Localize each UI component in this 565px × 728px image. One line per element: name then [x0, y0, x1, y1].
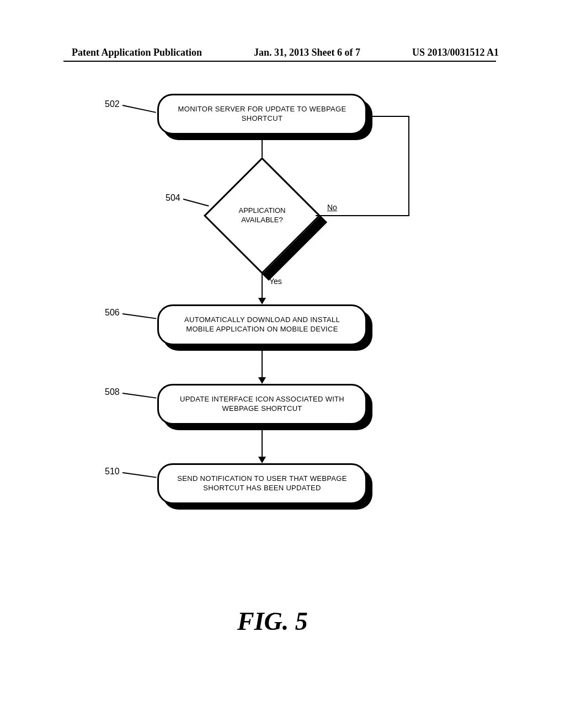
arrow-508-510: [262, 430, 263, 458]
ref-510: 510: [105, 467, 120, 477]
branch-yes-label: Yes: [269, 277, 282, 286]
header-rule: [63, 61, 496, 62]
ref-502: 502: [105, 99, 120, 109]
ref-line-502: [122, 105, 156, 113]
figure-caption: FIG. 5: [237, 607, 308, 636]
arrow-504-506: [262, 274, 263, 299]
no-line-h2: [371, 116, 409, 117]
step-506-text: AUTOMATICALLY DOWNLOAD AND INSTALL MOBIL…: [171, 315, 353, 334]
ref-506: 506: [105, 308, 120, 318]
header-center: Jan. 31, 2013 Sheet 6 of 7: [254, 47, 360, 58]
decision-504: APPLICATION AVAILABLE?: [221, 174, 315, 268]
step-508-text: UPDATE INTERFACE ICON ASSOCIATED WITH WE…: [171, 395, 353, 414]
page-header: Patent Application Publication Jan. 31, …: [0, 47, 565, 58]
branch-no-label: No: [327, 203, 337, 212]
ref-line-504: [183, 199, 209, 206]
arrow-head-no: [365, 113, 372, 120]
arrow-506-508: [262, 351, 263, 378]
step-508: UPDATE INTERFACE ICON ASSOCIATED WITH WE…: [157, 384, 367, 425]
header-left: Patent Application Publication: [72, 47, 202, 58]
step-510: SEND NOTIFICATION TO USER THAT WEBPAGE S…: [157, 463, 367, 504]
ref-line-510: [122, 472, 157, 478]
ref-504: 504: [166, 193, 180, 203]
step-506: AUTOMATICALLY DOWNLOAD AND INSTALL MOBIL…: [157, 304, 367, 345]
arrow-head-506-508: [258, 377, 266, 384]
ref-line-508: [122, 393, 157, 399]
ref-line-506: [122, 313, 157, 319]
no-line-v: [408, 116, 409, 216]
arrow-head-508-510: [258, 457, 266, 463]
no-line-h1: [316, 215, 409, 216]
step-502-text: MONITOR SERVER FOR UPDATE TO WEBPAGE SHO…: [171, 105, 353, 124]
header-right: US 2013/0031512 A1: [412, 47, 499, 58]
step-510-text: SEND NOTIFICATION TO USER THAT WEBPAGE S…: [171, 474, 353, 493]
step-502: MONITOR SERVER FOR UPDATE TO WEBPAGE SHO…: [157, 94, 367, 135]
ref-508: 508: [105, 387, 120, 397]
decision-504-text: APPLICATION AVAILABLE?: [221, 206, 303, 225]
arrow-head-504-506: [258, 298, 266, 304]
